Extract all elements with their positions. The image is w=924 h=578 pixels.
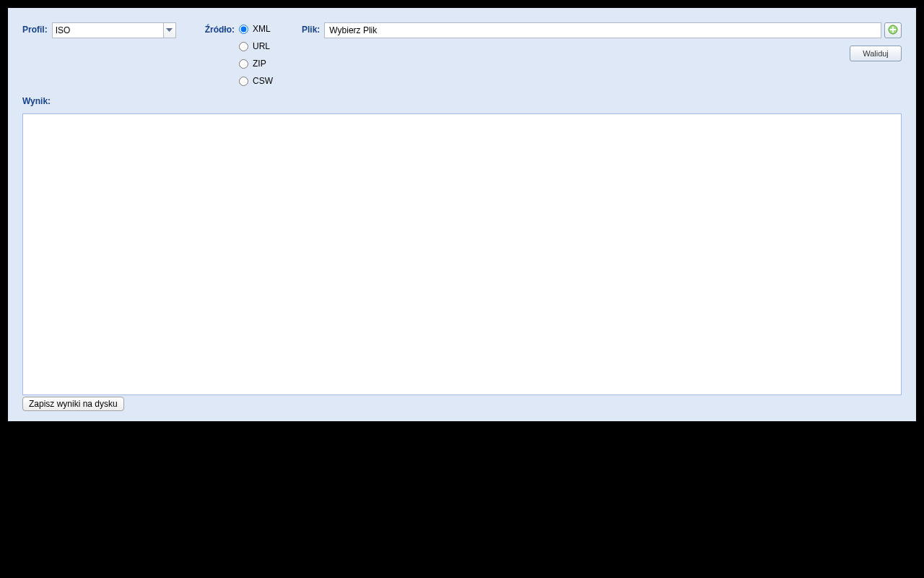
source-option-csw[interactable]: CSW: [239, 76, 273, 86]
result-section: Wynik: Zapisz wyniki na dysku: [22, 96, 902, 411]
source-field: Źródło: XML URL ZIP CSW: [205, 22, 273, 86]
profile-select[interactable]: [52, 22, 176, 38]
radio-label[interactable]: ZIP: [253, 59, 266, 69]
result-label: Wynik:: [22, 96, 902, 106]
radio-label[interactable]: XML: [253, 24, 271, 34]
source-option-xml[interactable]: XML: [239, 24, 273, 34]
radio-csw[interactable]: [239, 77, 248, 86]
radio-xml[interactable]: [239, 25, 248, 34]
result-output: [22, 113, 902, 395]
source-radio-group: XML URL ZIP CSW: [239, 22, 273, 86]
profile-label: Profil:: [22, 22, 52, 35]
file-label: Plik:: [302, 22, 324, 35]
radio-zip[interactable]: [239, 59, 248, 69]
top-form-row: Profil: Źródło: XML URL: [22, 22, 902, 86]
radio-label[interactable]: URL: [253, 41, 270, 51]
browse-button[interactable]: [884, 22, 902, 38]
source-option-url[interactable]: URL: [239, 41, 273, 51]
profile-field: Profil:: [22, 22, 176, 38]
file-input-wrap: [324, 22, 902, 38]
file-field-column: Plik: Waliduj: [302, 22, 902, 61]
radio-url[interactable]: [239, 42, 248, 51]
source-option-zip[interactable]: ZIP: [239, 59, 273, 69]
validator-panel: Profil: Źródło: XML URL: [8, 8, 916, 421]
validate-button[interactable]: Waliduj: [850, 46, 902, 61]
save-results-button[interactable]: Zapisz wyniki na dysku: [22, 397, 124, 411]
validate-button-label: Waliduj: [863, 49, 889, 58]
profile-input[interactable]: [52, 22, 164, 38]
file-field: Plik:: [302, 22, 902, 38]
chevron-down-icon: [166, 28, 173, 33]
profile-dropdown-trigger[interactable]: [164, 22, 176, 38]
add-circle-icon: [888, 25, 898, 37]
radio-label[interactable]: CSW: [253, 76, 273, 86]
save-row: Zapisz wyniki na dysku: [22, 397, 902, 411]
validate-row: Waliduj: [302, 46, 902, 61]
file-input[interactable]: [324, 22, 881, 38]
source-label: Źródło:: [205, 22, 239, 35]
